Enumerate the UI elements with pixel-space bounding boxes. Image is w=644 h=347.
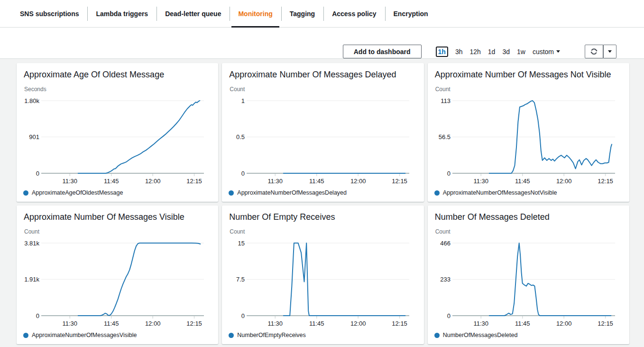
x-tick-label: 11:45	[309, 178, 324, 185]
y-tick-label: 1.91k	[24, 276, 39, 283]
line-chart-plot[interactable]: 3.81k1.91k011:3011:4512:0012:15	[23, 237, 211, 330]
chart-card-approximate-number-of-messages-not-visible: Approximate Number Of Messages Not Visib…	[428, 63, 629, 202]
legend-label: ApproximateAgeOfOldestMessage	[32, 189, 123, 196]
chevron-down-icon	[608, 50, 612, 53]
y-axis-unit-label: Count	[435, 228, 623, 235]
add-to-dashboard-button[interactable]: Add to dashboard	[343, 45, 422, 58]
x-tick-label: 12:00	[556, 178, 572, 185]
charts-grid: Approximate Age Of Oldest MessageSeconds…	[0, 59, 644, 347]
y-tick-label: 0	[241, 312, 245, 319]
y-tick-label: 0	[447, 170, 450, 177]
x-tick-label: 11:45	[104, 178, 119, 185]
time-range-custom[interactable]: custom	[533, 48, 560, 56]
legend-item[interactable]: ApproximateNumberOfMessagesNotVisible	[434, 189, 623, 196]
line-chart-plot[interactable]: 466233011:3011:4512:0012:15	[434, 237, 622, 330]
legend-item[interactable]: ApproximateNumberOfMessagesDelayed	[229, 189, 417, 196]
chart-title: Approximate Age Of Oldest Message	[24, 70, 212, 80]
y-tick-label: 113	[441, 97, 451, 104]
tab-access-policy[interactable]: Access policy	[323, 0, 385, 27]
time-range-label: 1d	[488, 48, 496, 56]
y-tick-label: 7.5	[236, 276, 245, 283]
legend-label: ApproximateNumberOfMessagesDelayed	[237, 189, 347, 196]
legend-dot-icon	[23, 190, 28, 196]
x-tick-label: 12:15	[598, 178, 613, 185]
queue-detail-tabs: SNS subscriptionsLambda triggersDead-let…	[0, 0, 644, 28]
chart-title: Approximate Number Of Messages Visible	[24, 212, 212, 222]
x-tick-label: 11:30	[63, 320, 78, 327]
x-tick-label: 11:45	[104, 320, 119, 327]
y-axis-unit-label: Seconds	[24, 86, 212, 93]
y-tick-label: 901	[29, 133, 39, 141]
tab-sns-subscriptions[interactable]: SNS subscriptions	[11, 0, 87, 27]
chart-card-number-of-messages-deleted: Number Of Messages DeletedCount466233011…	[428, 206, 629, 344]
line-chart-plot[interactable]: 10.5011:3011:4512:0012:15	[229, 95, 416, 188]
refresh-options-button[interactable]	[603, 45, 616, 58]
chart-card-approximate-age-of-oldest-message: Approximate Age Of Oldest MessageSeconds…	[17, 63, 218, 202]
caret-down-icon	[556, 50, 560, 53]
y-axis-unit-label: Count	[24, 228, 212, 235]
time-range-selector: 1h3h12h1d3d1wcustom	[436, 45, 560, 58]
tab-monitoring[interactable]: Monitoring	[230, 0, 281, 27]
x-tick-label: 11:30	[268, 320, 283, 327]
y-tick-label: 0	[447, 312, 450, 319]
time-range-1w[interactable]: 1w	[517, 48, 525, 56]
time-range-label: 3h	[455, 48, 463, 56]
y-tick-label: 1	[241, 97, 245, 104]
legend-dot-icon	[434, 190, 440, 196]
time-range-label: 1w	[517, 48, 525, 56]
x-tick-label: 11:30	[473, 320, 488, 327]
x-tick-label: 12:00	[556, 320, 572, 327]
legend-item[interactable]: NumberOfMessagesDeleted	[434, 332, 623, 338]
refresh-icon	[590, 47, 598, 56]
y-axis-unit-label: Count	[435, 86, 623, 93]
legend-label: NumberOfMessagesDeleted	[443, 332, 518, 338]
x-tick-label: 11:30	[268, 178, 283, 185]
refresh-button[interactable]	[585, 45, 603, 58]
legend-label: ApproximateNumberOfMessagesNotVisible	[443, 189, 557, 196]
y-tick-label: 3.81k	[24, 240, 39, 247]
tab-lambda-triggers[interactable]: Lambda triggers	[87, 0, 156, 27]
time-range-label: 1h	[438, 48, 446, 56]
x-tick-label: 12:15	[392, 178, 408, 185]
legend-item[interactable]: ApproximateNumberOfMessagesVisible	[23, 332, 212, 338]
legend-item[interactable]: ApproximateAgeOfOldestMessage	[23, 189, 212, 196]
chart-card-approximate-number-of-messages-delayed: Approximate Number Of Messages DelayedCo…	[222, 63, 423, 202]
tab-tagging[interactable]: Tagging	[281, 0, 323, 27]
chart-card-number-of-empty-receives: Number Of Empty ReceivesCount157.5011:30…	[222, 206, 423, 344]
y-axis-unit-label: Count	[230, 86, 417, 93]
refresh-button-group	[585, 45, 616, 58]
line-chart-plot[interactable]: 11356.5011:3011:4512:0012:15	[434, 95, 622, 188]
legend-dot-icon	[229, 333, 234, 338]
time-range-3d[interactable]: 3d	[502, 48, 510, 56]
x-tick-label: 12:00	[350, 178, 366, 185]
tab-encryption[interactable]: Encryption	[385, 0, 437, 27]
legend-label: ApproximateNumberOfMessagesVisible	[32, 332, 137, 338]
x-tick-label: 11:30	[473, 178, 488, 185]
time-range-1d[interactable]: 1d	[488, 48, 496, 56]
legend-item[interactable]: NumberOfEmptyReceives	[229, 332, 417, 338]
time-range-3h[interactable]: 3h	[455, 48, 463, 56]
tab-dead-letter-queue[interactable]: Dead-letter queue	[156, 0, 230, 27]
monitoring-toolbar: Add to dashboard 1h3h12h1d3d1wcustom	[0, 28, 644, 59]
x-tick-label: 12:00	[350, 320, 366, 327]
y-tick-label: 0.5	[236, 133, 245, 141]
time-range-1h[interactable]: 1h	[436, 47, 448, 57]
y-tick-label: 0	[36, 312, 39, 319]
y-tick-label: 233	[440, 276, 451, 283]
time-range-label: 3d	[502, 48, 510, 56]
time-range-12h[interactable]: 12h	[469, 48, 480, 56]
time-range-label: 12h	[469, 48, 480, 56]
x-tick-label: 12:00	[145, 320, 161, 327]
x-tick-label: 11:30	[63, 178, 78, 185]
legend-dot-icon	[229, 190, 234, 196]
y-tick-label: 1.80k	[24, 97, 39, 104]
legend-dot-icon	[434, 333, 440, 338]
line-chart-plot[interactable]: 1.80k901011:3011:4512:0012:15	[23, 95, 211, 188]
line-chart-plot[interactable]: 157.5011:3011:4512:0012:15	[229, 237, 416, 330]
legend-dot-icon	[23, 333, 28, 338]
x-tick-label: 11:45	[309, 320, 324, 327]
legend-label: NumberOfEmptyReceives	[237, 332, 306, 338]
y-axis-unit-label: Count	[230, 228, 417, 235]
y-tick-label: 15	[238, 240, 245, 247]
x-tick-label: 12:00	[145, 178, 161, 185]
